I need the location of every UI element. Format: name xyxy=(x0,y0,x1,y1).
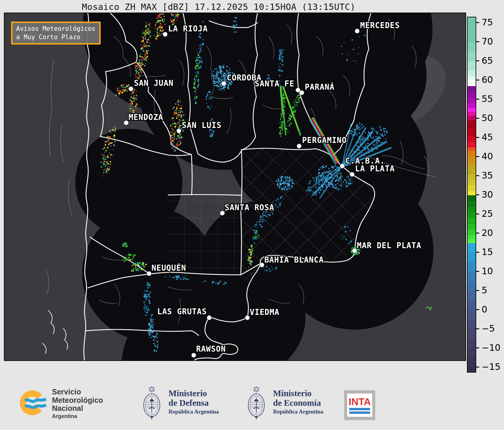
colorbar-tick-label: 30 xyxy=(482,189,493,200)
city-label: MENDOZA xyxy=(128,113,163,122)
city-label: LA PLATA xyxy=(355,164,395,173)
inta-bar-1 xyxy=(349,408,370,410)
colorbar-tick-label: 10 xyxy=(482,266,493,276)
colorbar-tick xyxy=(476,137,479,138)
colorbar-segment xyxy=(468,61,476,71)
defensa-sub: República Argentina xyxy=(168,408,219,415)
city-dot xyxy=(220,211,225,216)
city-dot xyxy=(245,315,250,320)
colorbar-tick xyxy=(476,271,479,272)
colorbar-tick-label: 70 xyxy=(482,36,493,47)
colorbar-tick xyxy=(476,175,479,176)
argentina-coat-of-arms-icon xyxy=(244,385,268,422)
economia-sub: República Argentina xyxy=(273,408,323,415)
colorbar-tick-label: 60 xyxy=(482,74,493,85)
city-dot xyxy=(352,248,357,253)
colorbar-segment xyxy=(468,174,476,180)
colorbar-segment xyxy=(468,17,476,42)
city-label: PARANÁ xyxy=(305,82,335,92)
city-dot xyxy=(355,29,360,33)
colorbar-tick xyxy=(476,252,479,253)
smn-line2: Meteorológico xyxy=(52,396,103,405)
smn-logo-block: Servicio Meteorológico Nacional Argentin… xyxy=(19,386,103,420)
colorbar-segment xyxy=(468,329,476,339)
warning-box-line2: a Muy Corto Plazo xyxy=(16,33,96,41)
smn-logo-icon xyxy=(19,386,48,420)
economia-line1: Ministerio xyxy=(273,388,323,398)
colorbar-segment xyxy=(468,86,476,92)
radar-mosaic-page: { "title": "Mosaico ZH MAX [dBZ] 17.12.2… xyxy=(0,0,504,430)
dbz-colorbar xyxy=(467,17,476,373)
colorbar-tick-label: 75 xyxy=(482,17,493,28)
colorbar-segment xyxy=(468,103,476,108)
argentina-coat-of-arms-icon xyxy=(140,385,164,422)
colorbar-segment xyxy=(468,339,476,348)
colorbar-tick xyxy=(476,22,479,23)
colorbar-segment xyxy=(468,201,476,207)
colorbar-segment xyxy=(468,128,476,136)
city-dot xyxy=(221,81,226,86)
colorbar-segment xyxy=(468,147,476,151)
colorbar-tick xyxy=(476,118,479,119)
smn-country: Argentina xyxy=(52,414,103,420)
colorbar-segment xyxy=(468,301,476,310)
radar-map-canvas: MERCEDESLA RIOJASAN JUANMENDOZASAN LUISC… xyxy=(4,13,465,360)
colorbar-tick xyxy=(476,156,479,157)
colorbar-segment xyxy=(468,163,476,168)
city-label: MAR DEL PLATA xyxy=(357,241,422,250)
colorbar-tick-label: 55 xyxy=(482,94,493,104)
colorbar-segment xyxy=(468,186,476,191)
city-dot xyxy=(207,315,212,320)
colorbar-segment xyxy=(468,112,476,116)
city-label: SAN JUAN xyxy=(134,79,174,88)
colorbar-segment xyxy=(468,168,476,174)
defensa-logo-block: Ministerio de Defensa República Argentin… xyxy=(140,385,219,422)
colorbar-tick xyxy=(476,328,479,329)
economia-line2: de Economía xyxy=(273,398,323,408)
colorbar-tick xyxy=(476,99,479,100)
colorbar-segment xyxy=(468,157,476,163)
inta-logo-inner: INTA xyxy=(347,394,372,417)
colorbar-tick xyxy=(476,367,479,368)
colorbar-segment xyxy=(468,77,476,80)
city-dot xyxy=(340,164,345,168)
inta-bar-2 xyxy=(349,411,370,414)
city-dot xyxy=(147,271,151,276)
colorbar-segment xyxy=(468,310,476,320)
colorbar-segment xyxy=(468,136,476,142)
city-label: LA RIOJA xyxy=(168,24,208,33)
colorbar-segment xyxy=(468,213,476,218)
colorbar-tick xyxy=(476,60,479,61)
city-label: RAWSON xyxy=(196,344,226,353)
colorbar-segment xyxy=(468,121,476,128)
colorbar-tick xyxy=(476,214,479,214)
smn-line3: Nacional xyxy=(52,404,103,413)
colorbar-tick-label: 45 xyxy=(482,132,493,142)
colorbar-tick xyxy=(476,80,479,80)
smn-logo-text: Servicio Meteorológico Nacional Argentin… xyxy=(52,388,103,419)
colorbar-segment xyxy=(468,52,476,61)
colorbar-segment xyxy=(468,224,476,230)
colorbar-segment xyxy=(468,348,476,358)
colorbar-segment xyxy=(468,253,476,262)
colorbar-tick-label: 50 xyxy=(482,113,493,123)
colorbar-tick xyxy=(476,309,479,310)
colorbar-segment xyxy=(468,262,476,272)
city-label: VIEDMA xyxy=(250,308,280,317)
city-dot xyxy=(192,353,196,358)
colorbar-segment xyxy=(468,191,476,195)
colorbar-tick xyxy=(476,347,479,348)
colorbar-segment xyxy=(468,116,476,121)
city-dot xyxy=(350,172,355,177)
city-dot xyxy=(260,263,264,267)
colorbar-segment xyxy=(468,42,476,52)
colorbar-tick xyxy=(476,41,479,42)
warning-box: Avisos Meteorológicos a Muy Corto Plazo xyxy=(11,22,101,45)
warning-box-line1: Avisos Meteorológicos xyxy=(16,25,96,33)
colorbar-segment xyxy=(468,108,476,112)
radar-coverage-circle xyxy=(75,129,183,236)
city-dot xyxy=(124,121,128,125)
economia-text: Ministerio de Economía República Argenti… xyxy=(273,388,323,415)
colorbar-segment xyxy=(468,368,476,373)
colorbar-segment xyxy=(468,71,476,77)
